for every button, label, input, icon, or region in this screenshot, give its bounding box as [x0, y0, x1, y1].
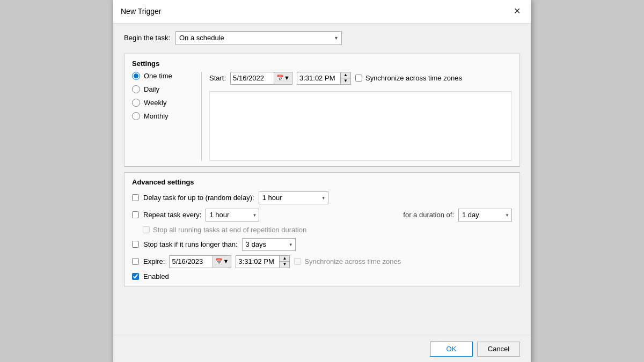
radio-daily-input[interactable] — [132, 85, 140, 93]
enabled-checkbox[interactable] — [132, 273, 139, 280]
stop-task-select-wrapper: 3 days 1 hour 2 hours 4 hours 8 hours 1 … — [242, 238, 296, 251]
radio-weekly[interactable]: Weekly — [132, 99, 194, 107]
radio-one-time-input[interactable] — [132, 72, 140, 80]
ok-button[interactable]: OK — [430, 342, 473, 357]
settings-title: Settings — [132, 60, 512, 68]
expire-time-wrapper: ▲ ▼ — [236, 255, 290, 268]
enabled-label: Enabled — [143, 272, 169, 280]
settings-right-panel: Start: 📅▼ ▲ ▼ — [202, 72, 512, 161]
repeat-select[interactable]: 1 hour 15 minutes 30 minutes 2 hours — [206, 209, 259, 221]
repeat-task-label: Repeat task every: — [143, 211, 201, 219]
settings-content-area — [209, 91, 512, 161]
start-date-picker-btn[interactable]: 📅▼ — [274, 72, 292, 84]
radio-monthly-input[interactable] — [132, 112, 140, 120]
settings-section: Settings One time Daily Weekly — [124, 54, 520, 167]
start-time-down-btn[interactable]: ▼ — [341, 78, 350, 84]
start-time-wrapper: ▲ ▼ — [297, 72, 351, 85]
stop-all-row: Stop all running tasks at end of repetit… — [143, 226, 512, 234]
delay-task-row: Delay task for up to (random delay): 1 h… — [132, 191, 512, 204]
begin-task-row: Begin the task: On a schedule At log on … — [124, 31, 520, 45]
advanced-settings-section: Advanced settings Delay task for up to (… — [124, 172, 520, 286]
radio-monthly[interactable]: Monthly — [132, 112, 194, 120]
sync-timezone-row: Synchronize across time zones — [355, 74, 462, 82]
start-row: Start: 📅▼ ▲ ▼ — [209, 72, 512, 85]
stop-all-label: Stop all running tasks at end of repetit… — [153, 226, 306, 234]
radio-daily-label: Daily — [144, 85, 159, 93]
cancel-button[interactable]: Cancel — [477, 342, 520, 357]
dialog-body: Begin the task: On a schedule At log on … — [113, 24, 531, 335]
start-label: Start: — [209, 74, 226, 82]
repeat-task-checkbox[interactable] — [132, 211, 139, 218]
expire-time-up-btn[interactable]: ▲ — [280, 256, 289, 262]
begin-task-select[interactable]: On a schedule At log on At startup On id… — [175, 31, 342, 45]
radio-monthly-label: Monthly — [144, 112, 169, 120]
delay-task-label: Delay task for up to (random delay): — [143, 194, 254, 202]
stop-all-checkbox[interactable] — [143, 226, 150, 233]
expire-date-picker-btn[interactable]: 📅▼ — [213, 256, 231, 268]
advanced-settings-title: Advanced settings — [132, 178, 512, 186]
radio-one-time[interactable]: One time — [132, 72, 194, 80]
settings-inner: One time Daily Weekly Monthly — [132, 72, 512, 161]
dialog-footer: OK Cancel — [113, 335, 531, 363]
sync-timezone-label: Synchronize across time zones — [365, 74, 462, 82]
radio-weekly-label: Weekly — [144, 99, 166, 107]
expire-label: Expire: — [143, 257, 165, 265]
delay-select[interactable]: 1 hour 30 minutes 2 hours 4 hours — [259, 191, 328, 204]
expire-time-input[interactable] — [236, 256, 279, 267]
duration-select-wrapper: 1 day 15 minutes 30 minutes 1 hour Indef… — [458, 209, 512, 221]
start-date-input[interactable] — [231, 73, 274, 83]
duration-select[interactable]: 1 day 15 minutes 30 minutes 1 hour Indef… — [458, 209, 512, 221]
stop-task-checkbox[interactable] — [132, 241, 139, 248]
repeat-select-wrapper: 1 hour 15 minutes 30 minutes 2 hours — [206, 209, 259, 221]
expire-sync-checkbox[interactable] — [294, 258, 301, 265]
delay-task-checkbox[interactable] — [132, 194, 139, 201]
expire-time-spinner: ▲ ▼ — [279, 256, 289, 268]
expire-checkbox[interactable] — [132, 258, 139, 265]
start-date-wrapper: 📅▼ — [230, 72, 292, 85]
duration-row: for a duration of: 1 day 15 minutes 30 m… — [403, 209, 512, 221]
start-time-spinner: ▲ ▼ — [340, 72, 350, 84]
enabled-row: Enabled — [132, 272, 512, 280]
expire-sync-label: Synchronize across time zones — [304, 257, 401, 265]
start-time-input[interactable] — [297, 73, 340, 83]
duration-label: for a duration of: — [403, 211, 454, 219]
sync-timezone-checkbox[interactable] — [355, 75, 362, 82]
title-bar: New Trigger ✕ — [113, 0, 531, 24]
stop-task-select[interactable]: 3 days 1 hour 2 hours 4 hours 8 hours 1 … — [242, 238, 296, 251]
schedule-type-group: One time Daily Weekly Monthly — [132, 72, 202, 161]
repeat-task-row: Repeat task every: 1 hour 15 minutes 30 … — [132, 209, 512, 221]
radio-weekly-input[interactable] — [132, 99, 140, 107]
radio-daily[interactable]: Daily — [132, 85, 194, 93]
delay-select-wrapper: 1 hour 30 minutes 2 hours 4 hours — [259, 191, 328, 204]
expire-row: Expire: 📅▼ ▲ ▼ Synchronize across time z… — [132, 255, 512, 268]
radio-one-time-label: One time — [144, 72, 172, 80]
expire-date-input[interactable] — [170, 256, 213, 267]
expire-time-down-btn[interactable]: ▼ — [280, 262, 289, 268]
expire-date-wrapper: 📅▼ — [169, 255, 231, 268]
new-trigger-dialog: New Trigger ✕ Begin the task: On a sched… — [113, 0, 531, 362]
stop-task-label: Stop task if it runs longer than: — [143, 240, 238, 248]
dialog-title: New Trigger — [121, 7, 161, 16]
begin-task-label: Begin the task: — [124, 34, 170, 42]
stop-task-row: Stop task if it runs longer than: 3 days… — [132, 238, 512, 251]
expire-sync-row: Synchronize across time zones — [294, 257, 401, 265]
close-button[interactable]: ✕ — [510, 5, 523, 18]
begin-task-select-wrapper: On a schedule At log on At startup On id… — [175, 31, 342, 45]
start-time-up-btn[interactable]: ▲ — [341, 72, 350, 79]
